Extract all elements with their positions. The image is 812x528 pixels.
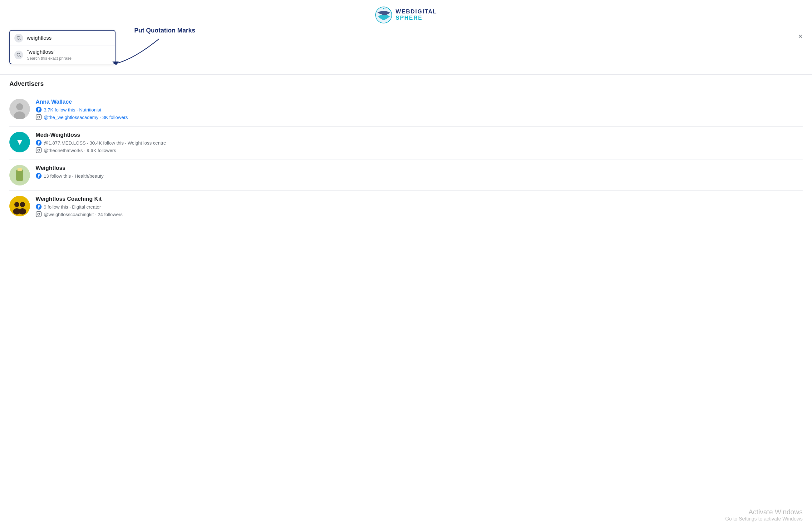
advertiser-meta-text: 9 follow this · Digital creator: [44, 204, 101, 210]
search-text-1: weightloss: [27, 35, 52, 41]
svg-point-16: [40, 115, 41, 116]
header: WEBDIGITAL SPHERE: [0, 0, 812, 27]
svg-line-6: [20, 39, 20, 40]
windows-notice-title: Activate Windows: [725, 508, 803, 516]
advertiser-info: Anna Wallace3.7K follow this · Nutrition…: [35, 99, 803, 122]
svg-point-11: [16, 103, 23, 110]
advertiser-info: Medi-Weightloss@1.877.MED.LOSS · 30.4K f…: [35, 132, 803, 155]
svg-point-32: [38, 213, 40, 215]
advertiser-meta-line: @the_weightlossacademy · 3K followers: [35, 114, 803, 120]
advertiser-meta-text: @the_weightlossacademy · 3K followers: [44, 115, 128, 120]
page-divider: [0, 74, 812, 75]
advertiser-avatar: [9, 99, 30, 119]
advertiser-avatar: [9, 196, 30, 216]
main-content: Advertisers Anna Wallace3.7K follow this…: [0, 80, 812, 224]
logo: WEBDIGITAL SPHERE: [375, 6, 437, 24]
advertiser-meta-line: @1.877.MED.LOSS · 30.4K follow this · We…: [35, 140, 803, 146]
advertiser-meta-line: @weightlosscoachingkit · 24 followers: [35, 211, 803, 217]
advertiser-info: Weightloss Coaching Kit9 follow this · D…: [35, 196, 803, 218]
advertiser-meta-text: 13 follow this · Health/beauty: [44, 173, 104, 179]
svg-line-8: [20, 56, 20, 57]
svg-point-33: [40, 212, 41, 213]
advertiser-list: Anna Wallace3.7K follow this · Nutrition…: [9, 94, 803, 224]
section-title: Advertisers: [9, 80, 803, 87]
search-sub-2: Search this exact phrase: [27, 56, 72, 60]
svg-point-20: [40, 148, 41, 149]
svg-rect-22: [16, 170, 23, 181]
search-suggestion-2[interactable]: "weightloss" Search this exact phrase: [10, 46, 115, 64]
advertiser-meta-text: @1.877.MED.LOSS · 30.4K follow this · We…: [44, 140, 166, 145]
advertiser-meta-text: @theonethatworks · 9.6K followers: [44, 148, 116, 153]
advertiser-name[interactable]: Anna Wallace: [35, 99, 803, 105]
logo-text-top: WEBDIGITAL: [395, 9, 437, 15]
search-icon-2: [14, 51, 23, 59]
search-area: weightloss "weightloss" Search this exac…: [0, 30, 812, 66]
windows-notice-sub: Go to Settings to activate Windows: [725, 516, 803, 522]
search-suggestion-1[interactable]: weightloss: [10, 31, 115, 46]
advertiser-info: Weightloss13 follow this · Health/beauty: [35, 165, 803, 180]
svg-point-3: [385, 8, 386, 9]
advertiser-item[interactable]: ▼Medi-Weightloss@1.877.MED.LOSS · 30.4K …: [9, 127, 803, 160]
svg-rect-23: [17, 168, 22, 171]
svg-point-2: [383, 8, 384, 9]
advertiser-name[interactable]: Medi-Weightloss: [35, 132, 803, 138]
advertiser-name[interactable]: Weightloss Coaching Kit: [35, 196, 803, 202]
svg-point-27: [20, 202, 25, 207]
svg-point-29: [19, 208, 26, 214]
search-icon-1: [14, 34, 23, 42]
svg-point-26: [14, 202, 19, 207]
logo-text-bottom: SPHERE: [395, 15, 437, 21]
advertiser-meta-text: 3.7K follow this · Nutritionist: [44, 107, 101, 112]
advertiser-meta-line: 3.7K follow this · Nutritionist: [35, 106, 803, 113]
search-text-2: "weightloss": [27, 49, 72, 55]
advertiser-item[interactable]: Weightloss Coaching Kit9 follow this · D…: [9, 191, 803, 224]
advertiser-meta-line: 9 follow this · Digital creator: [35, 203, 803, 210]
svg-rect-14: [36, 115, 42, 120]
advertiser-meta-line: @theonethatworks · 9.6K followers: [35, 147, 803, 153]
advertiser-item[interactable]: Weightloss13 follow this · Health/beauty: [9, 160, 803, 191]
advertiser-item[interactable]: Anna Wallace3.7K follow this · Nutrition…: [9, 94, 803, 127]
svg-rect-18: [36, 148, 42, 153]
advertiser-avatar: ▼: [9, 132, 30, 152]
svg-point-4: [386, 9, 386, 9]
advertiser-avatar: [9, 165, 30, 185]
annotation-area: Put Quotation Marks: [116, 27, 203, 71]
advertiser-meta-line: 13 follow this · Health/beauty: [35, 173, 803, 179]
svg-point-19: [38, 149, 40, 152]
search-dropdown: weightloss "weightloss" Search this exac…: [9, 30, 116, 64]
svg-point-15: [38, 116, 40, 118]
advertiser-meta-text: @weightlosscoachingkit · 24 followers: [44, 212, 123, 217]
annotation-arrow: [109, 34, 203, 71]
advertiser-name[interactable]: Weightloss: [35, 165, 803, 171]
logo-text: WEBDIGITAL SPHERE: [395, 9, 437, 21]
windows-notice: Activate Windows Go to Settings to activ…: [725, 508, 803, 522]
annotation-text: Put Quotation Marks: [134, 27, 195, 34]
svg-rect-31: [36, 212, 42, 217]
close-button[interactable]: ×: [798, 32, 803, 40]
logo-icon: [375, 6, 392, 24]
